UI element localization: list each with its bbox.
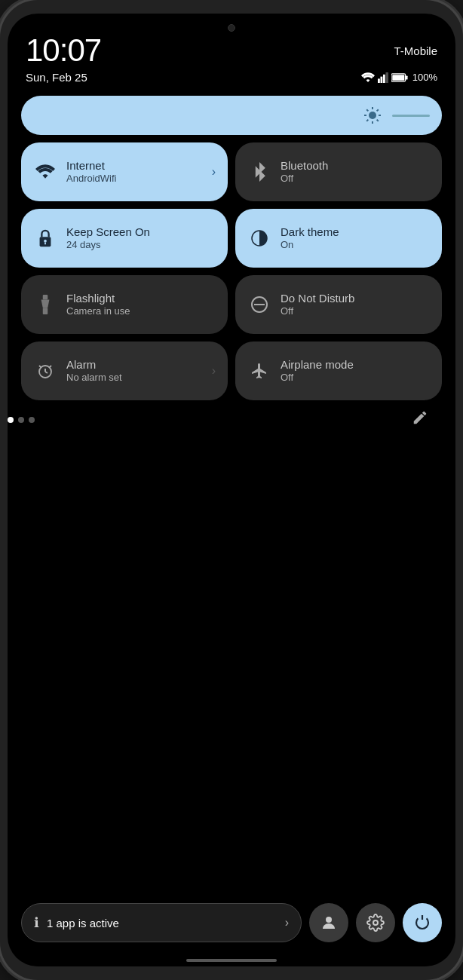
svg-point-17 [44,240,47,243]
airplane-tile-icon [247,359,271,383]
svg-line-27 [45,372,48,373]
svg-rect-22 [43,308,48,314]
keep-screen-tile[interactable]: Keep Screen On 24 days [21,209,228,268]
status-icons: 100% [361,72,437,83]
bottom-bar: ℹ 1 app is active › [8,896,455,953]
flashlight-label: Flashlight [66,292,216,305]
flashlight-sublabel: Camera in use [66,305,216,318]
app-active-text: 1 app is active [47,917,277,929]
status-time: 10:07 [26,35,101,66]
phone-device: 10:07 T-Mobile Sun, Feb 25 [0,0,463,980]
alarm-tile-icon [33,359,57,383]
camera-notch [8,14,455,35]
svg-rect-6 [392,75,404,81]
page-dot-1[interactable] [8,417,14,423]
flashlight-tile[interactable]: Flashlight Camera in use [21,275,228,334]
dark-theme-label: Dark theme [281,225,430,239]
bluetooth-tile-text: Bluetooth Off [281,159,430,185]
app-active-chevron: › [285,916,289,929]
svg-line-29 [49,366,51,368]
battery-icon [391,73,408,82]
svg-point-31 [373,920,378,925]
airplane-tile-text: Airplane mode Off [281,358,430,384]
internet-sublabel: AndroidWifi [66,173,203,185]
phone-screen: 10:07 T-Mobile Sun, Feb 25 [8,14,455,966]
bluetooth-tile-icon [247,160,271,184]
bluetooth-sublabel: Off [281,173,430,185]
do-not-disturb-sublabel: Off [281,305,430,318]
camera-dot [228,24,235,32]
alarm-chevron: › [212,364,216,378]
status-carrier: T-Mobile [394,44,437,57]
svg-line-12 [366,109,368,111]
internet-chevron: › [212,165,216,179]
status-bar: 10:07 T-Mobile [8,35,455,69]
flashlight-tile-icon [33,292,57,317]
do-not-disturb-tile-text: Do Not Disturb Off [281,292,430,318]
internet-tile-text: Internet AndroidWifi [66,159,203,185]
home-indicator[interactable] [8,953,455,966]
svg-line-28 [39,366,41,368]
edit-button[interactable] [412,409,428,429]
svg-rect-0 [378,78,380,83]
bluetooth-tile[interactable]: Bluetooth Off [235,142,442,201]
brightness-slider[interactable] [21,96,442,135]
svg-line-13 [377,120,379,121]
page-dots-row [8,405,455,433]
quick-settings-tiles: Internet AndroidWifi › Bluetooth Off [8,142,455,400]
battery-percent: 100% [412,72,437,83]
alarm-label: Alarm [66,358,203,372]
internet-label: Internet [66,159,203,173]
dark-theme-tile-text: Dark theme On [281,225,430,252]
settings-button[interactable] [356,903,395,942]
keep-screen-tile-text: Keep Screen On 24 days [66,225,216,252]
home-bar [186,959,277,962]
page-dots [8,409,35,429]
alarm-sublabel: No alarm set [66,372,203,384]
user-button[interactable] [309,903,348,942]
svg-rect-1 [380,76,382,82]
page-dot-2[interactable] [18,417,24,423]
do-not-disturb-tile[interactable]: Do Not Disturb Off [235,275,442,334]
dark-theme-tile[interactable]: Dark theme On [235,209,442,268]
power-button[interactable] [403,903,442,942]
do-not-disturb-label: Do Not Disturb [281,292,430,305]
internet-tile[interactable]: Internet AndroidWifi › [21,142,228,201]
dark-theme-tile-icon [247,226,271,250]
svg-rect-5 [406,75,408,79]
dark-theme-sublabel: On [281,239,430,252]
brightness-icon [362,105,383,126]
flashlight-tile-text: Flashlight Camera in use [66,292,216,318]
page-dot-3[interactable] [29,417,35,423]
do-not-disturb-tile-icon [247,292,271,317]
svg-point-7 [369,112,376,119]
brightness-line [392,115,430,117]
svg-rect-20 [43,295,48,300]
svg-marker-21 [41,300,50,308]
svg-line-14 [377,109,379,111]
svg-line-15 [366,120,368,121]
app-active-pill[interactable]: ℹ 1 app is active › [21,903,302,942]
airplane-tile[interactable]: Airplane mode Off [235,341,442,400]
keep-screen-sublabel: 24 days [66,239,216,252]
status-bar-row2: Sun, Feb 25 [8,69,455,91]
svg-rect-3 [385,72,388,83]
wifi-tile-icon [33,160,57,184]
wifi-status-icon [361,72,375,83]
alarm-tile-text: Alarm No alarm set [66,358,203,384]
empty-space [8,433,455,896]
airplane-label: Airplane mode [281,358,430,372]
svg-point-30 [326,917,332,923]
airplane-sublabel: Off [281,372,430,384]
keep-screen-label: Keep Screen On [66,225,216,239]
alarm-tile[interactable]: Alarm No alarm set › [21,341,228,400]
svg-rect-2 [383,74,385,82]
info-icon: ℹ [34,914,39,931]
lock-tile-icon [33,226,57,250]
status-date: Sun, Feb 25 [26,71,87,84]
signal-icon [378,72,388,83]
bluetooth-label: Bluetooth [281,159,430,173]
